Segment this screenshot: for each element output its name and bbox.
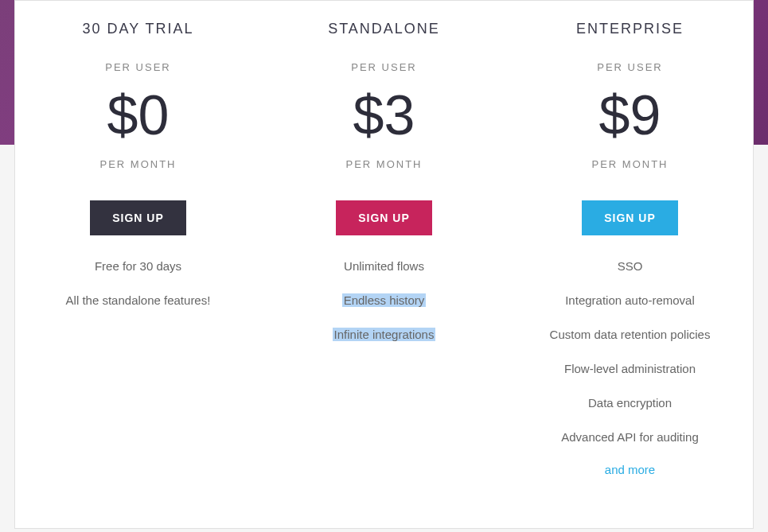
feature-item: Integration auto-removal — [519, 292, 741, 309]
and-more-link[interactable]: and more — [519, 463, 741, 476]
plan-title: 30 DAY TRIAL — [27, 21, 249, 37]
plan-title: STANDALONE — [273, 21, 495, 37]
plan-price: $0 — [27, 80, 249, 152]
per-user-label: PER USER — [27, 61, 249, 73]
plan-trial: 30 DAY TRIAL PER USER $0 PER MONTH SIGN … — [15, 1, 261, 528]
plan-price: $3 — [273, 80, 495, 152]
features-list: Unlimited flows Endless history Infinite… — [273, 258, 495, 343]
signup-button-trial[interactable]: SIGN UP — [90, 200, 186, 235]
plan-title: ENTERPRISE — [519, 21, 741, 37]
signup-button-standalone[interactable]: SIGN UP — [336, 200, 432, 235]
feature-item: Infinite integrations — [273, 326, 495, 343]
per-month-label: PER MONTH — [273, 158, 495, 170]
signup-button-enterprise[interactable]: SIGN UP — [582, 200, 678, 235]
feature-item: Data encryption — [519, 394, 741, 411]
plan-price: $9 — [519, 80, 741, 152]
feature-item: SSO — [519, 258, 741, 274]
highlighted-text: Infinite integrations — [333, 328, 436, 341]
feature-item: Advanced API for auditing — [519, 429, 741, 445]
feature-item: Free for 30 days — [27, 258, 249, 274]
pricing-card: 30 DAY TRIAL PER USER $0 PER MONTH SIGN … — [14, 0, 754, 529]
features-list: SSO Integration auto-removal Custom data… — [519, 258, 741, 445]
plan-enterprise: ENTERPRISE PER USER $9 PER MONTH SIGN UP… — [507, 1, 753, 528]
per-user-label: PER USER — [273, 61, 495, 73]
feature-item: Custom data retention policies — [519, 326, 741, 343]
feature-item: Unlimited flows — [273, 258, 495, 274]
features-list: Free for 30 days All the standalone feat… — [27, 258, 249, 309]
per-month-label: PER MONTH — [519, 158, 741, 170]
plan-standalone: STANDALONE PER USER $3 PER MONTH SIGN UP… — [261, 1, 507, 528]
feature-item: Endless history — [273, 292, 495, 309]
feature-item: All the standalone features! — [27, 292, 249, 309]
per-user-label: PER USER — [519, 61, 741, 73]
highlighted-text: Endless history — [342, 293, 427, 307]
per-month-label: PER MONTH — [27, 158, 249, 170]
feature-item: Flow-level administration — [519, 360, 741, 377]
